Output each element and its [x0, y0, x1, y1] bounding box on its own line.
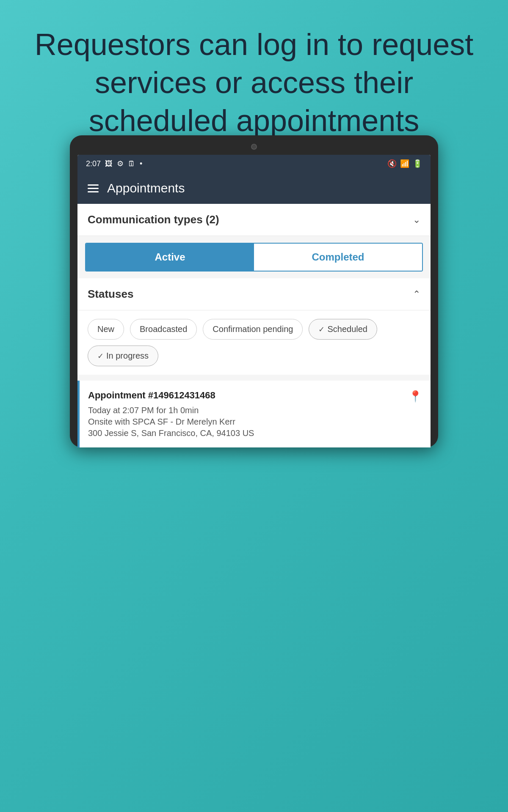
communication-types-label: Communication types (2) — [88, 213, 219, 226]
tab-active[interactable]: Active — [86, 244, 254, 271]
hero-section: Requestors can log in to request service… — [0, 0, 508, 156]
chip-confirmation-pending[interactable]: Confirmation pending — [203, 319, 303, 340]
tablet-screen: 2:07 🖼 ⚙ 🗓 • 🔇 📶 🔋 — [77, 155, 431, 447]
wifi-icon: 📶 — [400, 159, 409, 168]
app-content: Communication types (2) ⌄ Active Complet… — [77, 204, 431, 447]
statuses-label: Statuses — [88, 288, 133, 301]
battery-icon: 🔋 — [413, 159, 422, 168]
chip-row-2: Confirmation pending ✓ Scheduled — [203, 319, 377, 340]
tablet-frame: 2:07 🖼 ⚙ 🗓 • 🔇 📶 🔋 — [70, 135, 438, 447]
tablet-camera — [251, 144, 257, 150]
status-bar-right: 🔇 📶 🔋 — [387, 159, 422, 168]
status-chips-area: New Broadcasted Confirmation pending — [77, 310, 431, 375]
appointment-card-header: Appointment #149612431468 📍 — [88, 390, 422, 403]
location-pin-icon: 📍 — [409, 390, 422, 403]
dot-icon: • — [140, 159, 142, 168]
chip-in-progress[interactable]: ✓ In progress — [88, 346, 158, 366]
appointment-time: Today at 2:07 PM for 1h 0min — [88, 406, 422, 415]
status-bar: 2:07 🖼 ⚙ 🗓 • 🔇 📶 🔋 — [77, 155, 431, 173]
statuses-section: Statuses ⌃ New Broadcasted — [77, 278, 431, 375]
hero-heading: Requestors can log in to request service… — [34, 25, 474, 140]
chevron-up-icon: ⌃ — [413, 289, 420, 300]
app-header: Appointments — [77, 173, 431, 204]
chip-row-1: New Broadcasted — [88, 319, 197, 340]
appointment-place: Onsite with SPCA SF - Dr Merelyn Kerr — [88, 417, 422, 427]
appointment-address: 300 Jessie S, San Francisco, CA, 94103 U… — [88, 428, 422, 438]
tab-row: Active Completed — [85, 243, 423, 272]
chip-row-3: ✓ In progress — [88, 346, 158, 366]
time-display: 2:07 — [86, 159, 101, 168]
gear-icon: ⚙ — [117, 159, 124, 168]
tab-completed[interactable]: Completed — [254, 244, 422, 271]
chip-broadcasted[interactable]: Broadcasted — [130, 319, 197, 340]
statuses-header[interactable]: Statuses ⌃ — [77, 278, 431, 310]
calendar-icon: 🗓 — [128, 159, 135, 168]
check-icon-scheduled: ✓ — [318, 325, 325, 334]
chevron-down-icon: ⌄ — [413, 214, 420, 225]
chip-scheduled[interactable]: ✓ Scheduled — [309, 319, 377, 340]
app-title: Appointments — [107, 181, 185, 195]
appointment-id: Appointment #149612431468 — [88, 390, 215, 401]
chip-new[interactable]: New — [88, 319, 124, 340]
status-bar-left: 2:07 🖼 ⚙ 🗓 • — [86, 159, 142, 168]
device-wrapper: 2:07 🖼 ⚙ 🗓 • 🔇 📶 🔋 — [13, 135, 495, 812]
hamburger-menu-button[interactable] — [88, 184, 99, 192]
check-icon-inprogress: ✓ — [97, 351, 104, 361]
communication-types-header[interactable]: Communication types (2) ⌄ — [77, 204, 431, 236]
mute-icon: 🔇 — [387, 159, 397, 168]
appointment-card[interactable]: Appointment #149612431468 📍 Today at 2:0… — [77, 381, 431, 447]
photo-icon: 🖼 — [105, 159, 113, 168]
